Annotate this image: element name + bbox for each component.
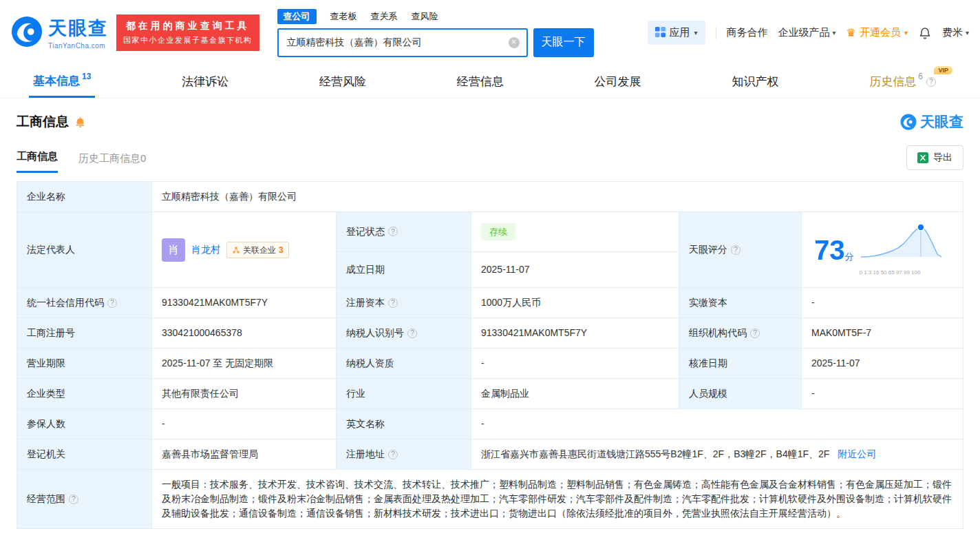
- tab-basic-info[interactable]: 基本信息 13: [29, 65, 95, 98]
- tab-label: 经营风险: [319, 74, 366, 90]
- search-tab-risk[interactable]: 查风险: [412, 10, 438, 23]
- help-icon[interactable]: ?: [750, 329, 760, 338]
- help-icon[interactable]: ?: [107, 298, 117, 308]
- label-taxpayer-quality: 纳税人资质: [337, 349, 471, 379]
- value-business-scope: 一般项目：技术服务、技术开发、技术咨询、技术交流、技术转让、技术推广；塑料制品制…: [152, 470, 963, 529]
- watermark-logo: 天眼查: [900, 112, 963, 132]
- apps-label: 应用: [670, 26, 690, 39]
- search-tabs: 查公司 查老板 查关系 查风险: [277, 9, 594, 24]
- table-row: 登记机关 嘉善县市场监督管理局 注册地址? 浙江省嘉兴市嘉善县惠民街道钱塘江路5…: [17, 439, 963, 470]
- divider: [716, 27, 716, 39]
- label-business-term: 营业期限: [17, 349, 152, 379]
- table-row: 企业类型 其他有限责任公司 行业 金属制品业 人员规模 -: [17, 379, 963, 409]
- tab-operation-risk[interactable]: 经营风险: [315, 65, 370, 98]
- table-row: 经营范围? 一般项目：技术服务、技术开发、技术咨询、技术交流、技术转让、技术推广…: [17, 470, 963, 529]
- help-icon[interactable]: ?: [407, 329, 417, 338]
- slogan-line1: 都在用的商业查询工具: [123, 20, 253, 32]
- company-tab-bar: 基本信息 13 法律诉讼 经营风险 经营信息 公司发展 知识产权 VIP 历史信…: [0, 65, 980, 98]
- export-label: 导出: [933, 152, 952, 164]
- clear-search-icon[interactable]: ×: [509, 37, 520, 48]
- value-taxpayer-id: 91330421MAK0MT5F7Y: [471, 318, 679, 349]
- apps-grid-icon: [655, 27, 665, 39]
- label-business-scope: 经营范围?: [17, 470, 152, 529]
- label-approval-date: 核准日期: [679, 349, 802, 379]
- label-legal-rep: 法定代表人: [17, 212, 152, 288]
- search-tab-company[interactable]: 查公司: [277, 9, 317, 24]
- table-row: 工商注册号 330421000465378 纳税人识别号? 91330421MA…: [17, 318, 963, 349]
- tab-intellectual-property[interactable]: 知识产权: [727, 65, 782, 98]
- score-axis-labels: 0 1 3 16 50 65 97 99 100: [860, 269, 921, 276]
- apps-menu[interactable]: 应用 ▾: [648, 21, 705, 45]
- label-reg-authority: 登记机关: [17, 439, 152, 470]
- address-text: 浙江省嘉兴市嘉善县惠民街道钱塘江路555号B2幢1F、2F，B3幢2F，B4幢1…: [481, 448, 829, 459]
- help-icon[interactable]: ?: [731, 245, 741, 255]
- related-companies-badge[interactable]: 关联企业 3: [226, 242, 289, 258]
- chevron-down-icon: ▾: [966, 29, 969, 37]
- search-input[interactable]: [279, 30, 526, 56]
- search-tab-relation[interactable]: 查关系: [371, 10, 398, 23]
- top-header: 天眼查 TianYanCha.com 都在用的商业查询工具 国家中小企业发展子基…: [0, 0, 980, 65]
- label-org-code: 组织机构代码?: [679, 318, 802, 349]
- search-tab-boss[interactable]: 查老板: [330, 10, 357, 23]
- value-insured-count: -: [152, 409, 337, 439]
- tianyancha-logo[interactable]: 天眼查 TianYanCha.com: [11, 16, 108, 50]
- score-unit: 分: [845, 251, 854, 262]
- logo-text: 天眼查: [48, 16, 108, 41]
- nearby-companies-link[interactable]: 附近公司: [838, 448, 876, 459]
- value-reg-status: 存续: [471, 212, 679, 252]
- crown-icon: ♛: [846, 26, 856, 39]
- business-info-table: 企业名称 立顺精密科技（嘉善）有限公司 法定代表人 肖 肖龙村 关联企业: [17, 181, 963, 529]
- tab-legal-litigation[interactable]: 法律诉讼: [178, 65, 233, 98]
- search-area: 查公司 查老板 查关系 查风险 × 天眼一下: [277, 9, 594, 57]
- export-button[interactable]: 导出: [906, 145, 963, 170]
- value-company-type: 其他有限责任公司: [152, 379, 337, 409]
- table-row: 法定代表人 肖 肖龙村 关联企业 3: [17, 212, 963, 252]
- label-company-name: 企业名称: [17, 182, 152, 212]
- tab-company-development[interactable]: 公司发展: [590, 65, 646, 98]
- business-cooperation-link[interactable]: 商务合作: [727, 26, 768, 39]
- tab-operation-info[interactable]: 经营信息: [453, 65, 508, 98]
- slogan-badge: 都在用的商业查询工具 国家中小企业发展子基金旗下机构: [116, 14, 259, 51]
- subtab-business-info[interactable]: 工商信息: [17, 150, 58, 173]
- value-paid-capital: -: [802, 288, 963, 318]
- table-row: 统一社会信用代码? 91330421MAK0MT5F7Y 注册资本? 1000万…: [17, 288, 963, 318]
- help-icon[interactable]: ?: [926, 77, 936, 87]
- open-vip-link[interactable]: ♛ 开通会员 ▾: [846, 26, 908, 39]
- value-english-name: -: [471, 409, 963, 439]
- section-title: 工商信息: [17, 113, 69, 131]
- help-icon[interactable]: ?: [388, 227, 398, 236]
- label-reg-number: 工商注册号: [17, 318, 152, 349]
- enterprise-products-label: 企业级产品: [778, 26, 830, 39]
- table-row: 营业期限 2025-11-07 至 无固定期限 纳税人资质 - 核准日期 202…: [17, 349, 963, 379]
- tab-label: 公司发展: [595, 74, 641, 90]
- subtab-history-business-info[interactable]: 历史工商信息0: [78, 152, 146, 173]
- search-button[interactable]: 天眼一下: [533, 28, 594, 57]
- help-icon[interactable]: ?: [69, 495, 78, 504]
- enterprise-products-link[interactable]: 企业级产品 ▾: [778, 26, 836, 39]
- help-icon[interactable]: ?: [388, 298, 398, 308]
- tab-history-info[interactable]: VIP 历史信息 6 ?: [865, 65, 940, 98]
- user-menu[interactable]: 费米 ▾: [942, 26, 969, 39]
- legal-rep-avatar[interactable]: 肖: [162, 238, 185, 262]
- value-taxpayer-quality: -: [471, 349, 679, 379]
- label-english-name: 英文名称: [337, 409, 471, 439]
- label-reg-status: 登记状态?: [337, 212, 471, 252]
- related-label: 关联企业: [243, 244, 276, 256]
- notification-bell-icon[interactable]: [918, 26, 932, 40]
- value-establish-date: 2025-11-07: [471, 251, 679, 287]
- subtab-row: 工商信息 历史工商信息0 导出: [17, 145, 963, 173]
- value-company-name: 立顺精密科技（嘉善）有限公司: [152, 182, 963, 212]
- slogan-line2: 国家中小企业发展子基金旗下机构: [123, 35, 253, 45]
- monitor-alarm-icon[interactable]: [74, 116, 86, 128]
- related-count: 3: [279, 244, 284, 256]
- help-icon[interactable]: ?: [388, 450, 398, 459]
- label-tianyan-score: 天眼评分?: [679, 212, 802, 288]
- value-legal-rep: 肖 肖龙村 关联企业 3: [152, 212, 337, 288]
- value-approval-date: 2025-11-07: [802, 349, 963, 379]
- chevron-down-icon: ▾: [904, 29, 908, 37]
- tab-label: 经营信息: [457, 74, 504, 90]
- label-reg-address: 注册地址?: [337, 439, 471, 470]
- label-company-type: 企业类型: [17, 379, 152, 409]
- legal-rep-name-link[interactable]: 肖龙村: [191, 242, 220, 257]
- tab-label: 知识产权: [732, 74, 778, 90]
